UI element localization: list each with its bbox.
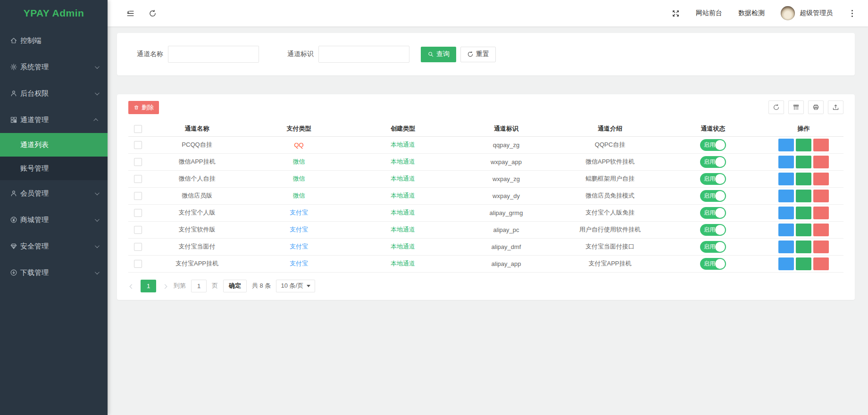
delete-row-button[interactable] [813, 224, 829, 236]
cell-channel-intro: QQPC自挂 [558, 136, 662, 153]
delete-row-button[interactable] [813, 241, 829, 253]
table-row: PCQQ自挂 QQ 本地通道 qqpay_zg QQPC自挂 启用 [128, 136, 843, 153]
toggle-knob [715, 140, 725, 150]
user-menu[interactable]: 超级管理员 [781, 6, 833, 20]
sidebar-item-mall[interactable]: 商城管理 [0, 207, 108, 233]
sidebar-item-system[interactable]: 系统管理 [0, 54, 108, 80]
move-row-button[interactable] [778, 190, 794, 202]
status-toggle[interactable]: 启用 [700, 190, 726, 202]
status-toggle[interactable]: 启用 [700, 241, 726, 253]
cell-channel-ident: wxpay_zg [455, 170, 558, 187]
delete-row-button[interactable] [813, 156, 829, 168]
table-print-button[interactable] [808, 100, 824, 114]
delete-row-button[interactable] [813, 139, 829, 151]
move-row-button[interactable] [778, 241, 794, 253]
table-export-button[interactable] [828, 100, 843, 114]
edit-row-button[interactable] [796, 173, 811, 185]
delete-row-button[interactable] [813, 207, 829, 219]
collapse-sidebar-icon[interactable] [126, 9, 134, 17]
edit-row-button[interactable] [796, 224, 811, 236]
row-checkbox[interactable] [134, 226, 142, 234]
refresh-page-icon[interactable] [149, 9, 157, 17]
pencil-icon [801, 159, 807, 165]
delete-row-button[interactable] [813, 257, 829, 270]
table-toolbar: 删除 [128, 100, 843, 114]
page-1-button[interactable]: 1 [141, 280, 156, 292]
move-row-button[interactable] [778, 173, 794, 185]
query-button-label: 查询 [436, 50, 450, 58]
move-row-button[interactable] [778, 156, 794, 168]
pencil-icon [801, 142, 807, 148]
table-refresh-button[interactable] [768, 100, 784, 114]
move-row-button[interactable] [778, 224, 794, 236]
batch-delete-button[interactable]: 删除 [128, 101, 159, 114]
status-toggle[interactable]: 启用 [700, 224, 726, 236]
row-checkbox[interactable] [134, 158, 142, 166]
row-checkbox[interactable] [134, 209, 142, 217]
move-row-button[interactable] [778, 207, 794, 219]
status-toggle[interactable]: 启用 [700, 156, 726, 168]
edit-row-button[interactable] [796, 257, 811, 270]
channel-ident-input[interactable] [318, 46, 409, 63]
row-checkbox[interactable] [134, 192, 142, 200]
cell-create-type: 本地通道 [351, 255, 455, 272]
sidebar-subitem-channel-list[interactable]: 通道列表 [0, 133, 108, 157]
kebab-menu-icon[interactable] [849, 9, 856, 18]
grid-icon [10, 116, 17, 124]
cell-channel-name: PCQQ自挂 [147, 136, 247, 153]
edit-row-button[interactable] [796, 241, 811, 253]
row-actions [778, 241, 829, 253]
channel-name-input[interactable] [168, 46, 259, 63]
status-toggle[interactable]: 启用 [700, 139, 726, 151]
sidebar-item-member[interactable]: 会员管理 [0, 180, 108, 207]
prev-page-button[interactable] [128, 281, 135, 291]
status-toggle[interactable]: 启用 [700, 173, 726, 185]
chevron-down-icon [95, 270, 100, 274]
table-row: 支付宝APP挂机 支付宝 本地通道 alipay_app 支付宝APP挂机 启用 [128, 255, 843, 272]
sidebar-item-security[interactable]: 安全管理 [0, 233, 108, 259]
row-checkbox[interactable] [134, 141, 142, 149]
sidebar-item-download[interactable]: 下载管理 [0, 259, 108, 286]
move-row-button[interactable] [778, 139, 794, 151]
cell-pay-type: 支付宝 [247, 221, 351, 238]
sidebar-subitem-label: 账号管理 [20, 164, 49, 173]
cell-channel-intro: 鲲鹏框架用户自挂 [558, 170, 662, 187]
data-check-link[interactable]: 数据检测 [738, 9, 765, 17]
trash-icon [818, 176, 824, 182]
toggle-knob [715, 174, 725, 184]
total-count-label: 共 8 条 [252, 282, 271, 290]
delete-row-button[interactable] [813, 173, 829, 185]
row-checkbox[interactable] [134, 260, 142, 268]
delete-row-button[interactable] [813, 190, 829, 202]
sidebar-item-console[interactable]: 控制端 [0, 27, 108, 54]
status-toggle[interactable]: 启用 [700, 207, 726, 219]
edit-row-button[interactable] [796, 139, 811, 151]
cell-channel-intro: 支付宝个人版免挂 [558, 204, 662, 221]
table-columns-button[interactable] [788, 100, 804, 114]
site-front-link[interactable]: 网站前台 [696, 9, 722, 17]
row-checkbox[interactable] [134, 243, 142, 251]
goto-page-input[interactable] [191, 280, 207, 292]
move-row-button[interactable] [778, 257, 794, 270]
row-checkbox[interactable] [134, 175, 142, 183]
reset-button[interactable]: 重置 [460, 47, 496, 62]
sidebar-item-label: 商城管理 [20, 216, 95, 224]
next-page-button[interactable] [161, 281, 168, 291]
sidebar-item-channel[interactable]: 通道管理 [0, 107, 108, 133]
move-icon [783, 193, 789, 199]
query-button[interactable]: 查询 [421, 47, 456, 62]
sidebar-item-label: 下载管理 [20, 268, 95, 277]
edit-row-button[interactable] [796, 156, 811, 168]
fullscreen-icon[interactable] [672, 9, 680, 17]
sidebar-item-backend-auth[interactable]: 后台权限 [0, 80, 108, 107]
sidebar-item-label: 控制端 [20, 36, 98, 45]
cell-pay-type: 微信 [247, 170, 351, 187]
edit-row-button[interactable] [796, 207, 811, 219]
page-size-select[interactable]: 10 条/页 [276, 280, 315, 292]
edit-row-button[interactable] [796, 190, 811, 202]
row-actions [778, 224, 829, 236]
select-all-checkbox[interactable] [134, 125, 142, 133]
sidebar-subitem-account-manage[interactable]: 账号管理 [0, 157, 108, 180]
status-toggle[interactable]: 启用 [700, 258, 726, 270]
goto-confirm-button[interactable]: 确定 [223, 280, 247, 292]
